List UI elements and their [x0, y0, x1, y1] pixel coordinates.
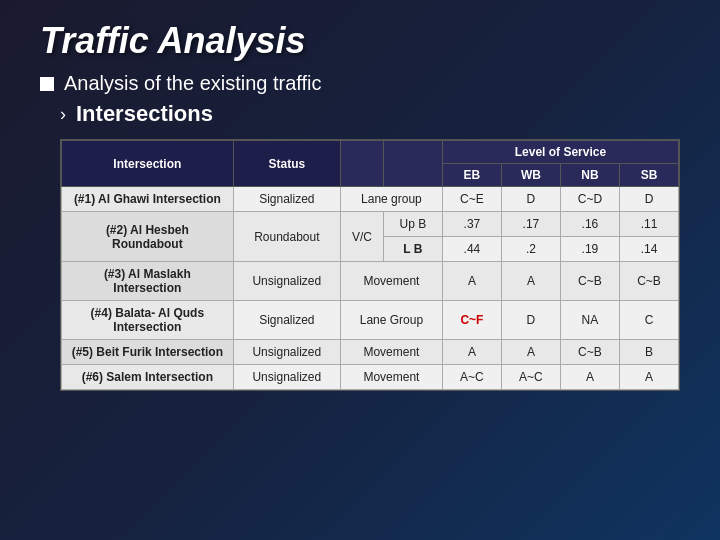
cell-wb: D — [501, 187, 560, 212]
cell-status: Signalized — [233, 187, 340, 212]
col-header-intersection: Intersection — [62, 141, 234, 187]
table-row: (#1) Al Ghawi Intersection Signalized La… — [62, 187, 679, 212]
cell-nb: NA — [560, 301, 619, 340]
cell-vc: Movement — [340, 262, 442, 301]
col-header-blank2 — [383, 141, 442, 187]
cell-status: Roundabout — [233, 212, 340, 262]
cell-eb: C~E — [442, 187, 501, 212]
table-row: (#2) Al Hesbeh Roundabout Roundabout V/C… — [62, 212, 679, 237]
cell-wb: A — [501, 340, 560, 365]
cell-wb2: .2 — [501, 237, 560, 262]
cell-sb: A — [619, 365, 678, 390]
cell-eb2: .44 — [442, 237, 501, 262]
cell-wb: D — [501, 301, 560, 340]
col-header-nb: NB — [560, 164, 619, 187]
cell-intersection: (#6) Salem Intersection — [62, 365, 234, 390]
section-row: › Intersections — [40, 101, 680, 127]
table-body: (#1) Al Ghawi Intersection Signalized La… — [62, 187, 679, 390]
cell-vc: Movement — [340, 365, 442, 390]
cell-vc: Lane Group — [340, 301, 442, 340]
cell-intersection: (#4) Balata- Al Quds Intersection — [62, 301, 234, 340]
cell-vc: V/C — [340, 212, 383, 262]
cell-sb2: .14 — [619, 237, 678, 262]
table-row: (#5) Beit Furik Intersection Unsignalize… — [62, 340, 679, 365]
cell-eb: A~C — [442, 365, 501, 390]
cell-eb: A — [442, 262, 501, 301]
table-row: (#4) Balata- Al Quds Intersection Signal… — [62, 301, 679, 340]
cell-eb: C~F — [442, 301, 501, 340]
cell-nb2: .19 — [560, 237, 619, 262]
cell-sb: C — [619, 301, 678, 340]
main-title: Traffic Analysis — [40, 20, 680, 62]
cell-sb: .11 — [619, 212, 678, 237]
cell-status: Unsignalized — [233, 262, 340, 301]
table-row: (#3) Al Maslakh Intersection Unsignalize… — [62, 262, 679, 301]
cell-wb: A — [501, 262, 560, 301]
col-header-los: Level of Service — [442, 141, 678, 164]
page: Traffic Analysis Analysis of the existin… — [0, 0, 720, 540]
cell-nb: C~D — [560, 187, 619, 212]
cell-nb: C~B — [560, 262, 619, 301]
cell-intersection: (#1) Al Ghawi Intersection — [62, 187, 234, 212]
cell-upb2: L B — [383, 237, 442, 262]
cell-nb: .16 — [560, 212, 619, 237]
cell-eb: A — [442, 340, 501, 365]
bullet-icon — [40, 77, 54, 91]
traffic-table: Intersection Status Level of Service EB … — [61, 140, 679, 390]
subtitle-text: Analysis of the existing traffic — [64, 72, 322, 95]
cell-vc: Movement — [340, 340, 442, 365]
cell-vc: Lane group — [340, 187, 442, 212]
col-header-wb: WB — [501, 164, 560, 187]
cell-status: Unsignalized — [233, 340, 340, 365]
cell-wb: A~C — [501, 365, 560, 390]
cell-nb: A — [560, 365, 619, 390]
table-container: Intersection Status Level of Service EB … — [60, 139, 680, 391]
cell-eb: .37 — [442, 212, 501, 237]
cell-intersection: (#3) Al Maslakh Intersection — [62, 262, 234, 301]
section-label: Intersections — [76, 101, 213, 127]
cell-intersection: (#5) Beit Furik Intersection — [62, 340, 234, 365]
cell-sb: B — [619, 340, 678, 365]
col-header-blank1 — [340, 141, 383, 187]
col-header-eb: EB — [442, 164, 501, 187]
cell-nb: C~B — [560, 340, 619, 365]
subtitle-row: Analysis of the existing traffic — [40, 72, 680, 95]
cell-sb: C~B — [619, 262, 678, 301]
cell-upb: Up B — [383, 212, 442, 237]
cell-status: Signalized — [233, 301, 340, 340]
cell-intersection: (#2) Al Hesbeh Roundabout — [62, 212, 234, 262]
arrow-icon: › — [60, 104, 66, 125]
table-header-row-1: Intersection Status Level of Service — [62, 141, 679, 164]
col-header-status: Status — [233, 141, 340, 187]
cell-wb: .17 — [501, 212, 560, 237]
table-row: (#6) Salem Intersection Unsignalized Mov… — [62, 365, 679, 390]
cell-sb: D — [619, 187, 678, 212]
col-header-sb: SB — [619, 164, 678, 187]
cell-status: Unsignalized — [233, 365, 340, 390]
